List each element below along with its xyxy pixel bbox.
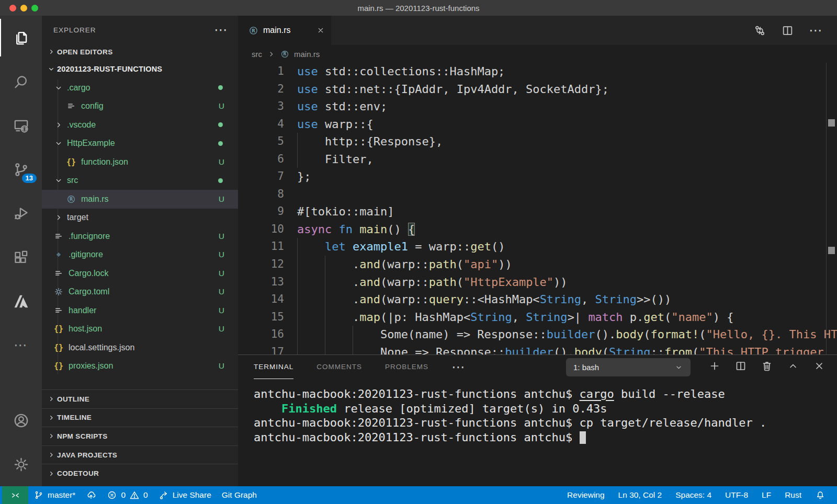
tree-item-function-json[interactable]: {}function.jsonU — [42, 153, 238, 171]
status-git-graph[interactable]: Git Graph — [217, 486, 262, 504]
compare-changes-icon[interactable] — [753, 24, 766, 37]
code-text: .and(warp::query::<HashMap<String, Strin… — [284, 291, 837, 308]
live-share-icon — [159, 490, 169, 500]
panel-tab-terminal[interactable]: TERMINAL — [254, 355, 293, 379]
ellipsis-icon[interactable]: ⋯ — [809, 25, 823, 36]
minimize-window-button[interactable] — [20, 5, 27, 12]
sidebar-section-codetour[interactable]: CODETOUR — [42, 464, 238, 483]
code-line: 14 .and(warp::query::<HashMap<String, St… — [238, 291, 837, 308]
status-cursor-position-label: Ln 30, Col 2 — [618, 490, 662, 500]
tree-item-vscode[interactable]: .vscode — [42, 116, 238, 134]
tree-item-cargo[interactable]: .cargo — [42, 78, 238, 97]
status-sync-changes[interactable] — [81, 486, 101, 504]
panel-more-tabs-icon[interactable]: ⋯ — [451, 362, 466, 372]
git-untracked-badge: U — [219, 306, 224, 315]
tree-item-handler[interactable]: handlerU — [42, 301, 238, 320]
panel-tab-comments[interactable]: COMMENTS — [316, 355, 362, 379]
activity-bar: 13⋯ — [0, 16, 42, 486]
tree-item-label: src — [67, 176, 78, 185]
activity-item-account[interactable] — [0, 398, 42, 442]
sidebar-section-label: TIMELINE — [57, 414, 92, 421]
sidebar-section-timeline[interactable]: TIMELINE — [42, 408, 238, 427]
line-number: 12 — [238, 256, 284, 273]
account-icon — [13, 412, 30, 429]
rust-icon: R — [248, 26, 258, 36]
activity-item-run-debug[interactable] — [0, 191, 42, 235]
tab-main-rs[interactable]: R main.rs — [238, 16, 331, 45]
terminal-shell-selector[interactable]: 1: bash — [566, 358, 691, 376]
kill-terminal-button[interactable] — [761, 360, 773, 374]
status-live-share[interactable]: Live Share — [153, 486, 217, 504]
status-indentation[interactable]: Spaces: 4 — [670, 486, 717, 504]
breadcrumb-file[interactable]: main.rs — [294, 50, 320, 59]
split-editor-icon[interactable] — [781, 24, 794, 37]
overview-ruler[interactable] — [826, 63, 837, 354]
tree-item-cargo-toml[interactable]: Cargo.tomlU — [42, 283, 238, 302]
open-editors-section[interactable]: OPEN EDITORS — [42, 44, 238, 60]
tree-item-label: .funcignore — [69, 232, 110, 241]
tree-item-host-json[interactable]: {}host.jsonU — [42, 320, 238, 339]
status-live-share-label: Live Share — [173, 490, 211, 500]
new-terminal-button[interactable] — [708, 360, 721, 374]
tree-item-main-rs[interactable]: Rmain.rsU — [42, 190, 238, 209]
split-terminal-button[interactable] — [734, 360, 747, 374]
code-line: 4use warp::{ — [238, 116, 837, 133]
close-panel-button[interactable] — [813, 360, 825, 374]
gear-file-icon — [53, 287, 64, 296]
status-language-mode[interactable]: Rust — [779, 486, 807, 504]
zoom-window-button[interactable] — [31, 5, 38, 12]
sidebar-section-npm-scripts[interactable]: NPM SCRIPTS — [42, 427, 238, 445]
close-window-button[interactable] — [9, 5, 16, 12]
tree-item-gitignore[interactable]: .gitignoreU — [42, 246, 238, 265]
line-number: 14 — [238, 291, 284, 308]
indent-guide — [325, 343, 325, 354]
activity-item-extensions[interactable] — [0, 235, 42, 279]
activity-item-settings[interactable] — [0, 442, 42, 486]
activity-item-more-views[interactable]: ⋯ — [0, 323, 42, 367]
breadcrumb-folder[interactable]: src — [252, 50, 262, 59]
code-line: 17 None => Response::builder().body(Stri… — [238, 343, 837, 354]
tree-item-httpexample[interactable]: HttpExample — [42, 134, 238, 153]
tree-item-target[interactable]: target — [42, 209, 238, 227]
activity-item-azure[interactable] — [0, 279, 42, 323]
activity-item-explorer[interactable] — [0, 16, 42, 60]
close-tab-icon[interactable] — [316, 26, 325, 35]
activity-item-source-control[interactable]: 13 — [0, 147, 42, 191]
status-language-mode-label: Rust — [785, 490, 801, 500]
editor-group: R main.rs ⋯ src R main.rs 1use std::coll… — [238, 16, 837, 486]
line-number: 1 — [238, 63, 284, 81]
breadcrumb: src R main.rs — [238, 45, 837, 63]
activity-item-remote-explorer[interactable] — [0, 104, 42, 147]
indent-guide — [297, 291, 298, 308]
tree-item-local-settings-json[interactable]: {}local.settings.json — [42, 338, 238, 357]
tree-item-config[interactable]: configU — [42, 97, 238, 116]
terminal-output[interactable]: antchu-macbook:20201123-rust-functions a… — [238, 379, 837, 445]
status-notifications[interactable] — [810, 486, 831, 504]
status-reviewing[interactable]: Reviewing — [562, 486, 610, 504]
tree-item-src[interactable]: src — [42, 171, 238, 190]
status-cursor-position[interactable]: Ln 30, Col 2 — [613, 486, 668, 504]
activity-item-search[interactable] — [0, 60, 42, 104]
status-eol[interactable]: LF — [756, 486, 776, 504]
status-problems[interactable]: 00 — [101, 486, 153, 504]
sidebar-section-label: CODETOUR — [57, 469, 99, 477]
explorer-actions-icon[interactable]: ⋯ — [214, 25, 229, 35]
root-folder-section[interactable]: 20201123-RUST-FUNCTIONS — [42, 60, 238, 78]
code-editor[interactable]: 1use std::collections::HashMap;2use std:… — [238, 63, 837, 354]
maximize-panel-button[interactable] — [787, 360, 799, 374]
status-encoding[interactable]: UTF-8 — [720, 486, 753, 504]
sidebar-section-outline[interactable]: OUTLINE — [42, 390, 238, 408]
tree-item-label: Cargo.toml — [69, 287, 109, 296]
code-line: 5 http::{Response}, — [238, 133, 837, 151]
status-remote-indicator[interactable] — [2, 486, 28, 504]
status-problems-label: 0 — [121, 490, 126, 500]
panel-tab-problems[interactable]: PROBLEMS — [385, 355, 428, 379]
files-icon — [13, 29, 30, 47]
tree-item-cargo-lock[interactable]: Cargo.lockU — [42, 264, 238, 283]
sidebar-section-java-projects[interactable]: JAVA PROJECTS — [42, 445, 238, 464]
status-git-branch[interactable]: master* — [28, 486, 81, 504]
branch-icon — [33, 490, 44, 500]
git-contains-changes-dot — [218, 141, 223, 146]
tree-item-proxies-json[interactable]: {}proxies.jsonU — [42, 357, 238, 376]
tree-item-funcignore[interactable]: .funcignoreU — [42, 227, 238, 246]
